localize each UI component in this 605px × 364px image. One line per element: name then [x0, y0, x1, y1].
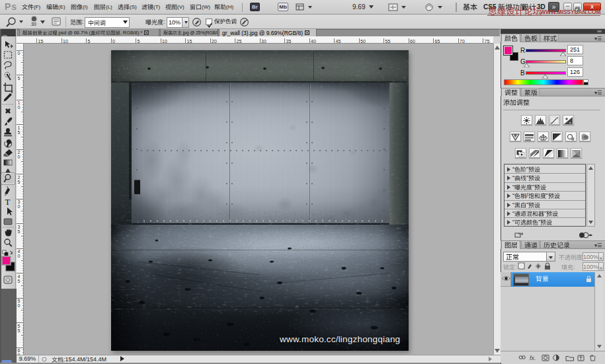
svg-text:20: 20: [212, 39, 217, 44]
svg-text:5: 5: [18, 76, 20, 81]
svg-text:10: 10: [63, 39, 68, 44]
svg-text:5: 5: [18, 229, 20, 234]
svg-text:70: 70: [460, 39, 465, 44]
svg-text:65: 65: [435, 39, 440, 44]
svg-text:15: 15: [187, 39, 192, 44]
svg-text:0: 0: [18, 51, 20, 55]
svg-text:6: 6: [18, 348, 20, 353]
svg-text:30: 30: [261, 39, 266, 44]
svg-text:1: 1: [18, 126, 20, 130]
svg-text:50: 50: [360, 39, 366, 44]
svg-text:4: 4: [18, 249, 20, 254]
svg-text:5: 5: [18, 299, 20, 303]
svg-text:15: 15: [38, 39, 44, 44]
svg-text:0: 0: [18, 204, 20, 209]
svg-text:3: 3: [18, 200, 20, 204]
svg-text:5: 5: [18, 279, 20, 283]
svg-text:4: 4: [18, 274, 20, 279]
svg-text:0: 0: [18, 303, 20, 308]
svg-text:5: 5: [18, 130, 20, 135]
svg-text:2: 2: [18, 175, 20, 180]
svg-text:2: 2: [18, 150, 20, 155]
svg-text:75: 75: [485, 39, 490, 44]
svg-text:35: 35: [286, 39, 292, 44]
svg-text:45: 45: [336, 39, 341, 44]
svg-text:60: 60: [410, 39, 415, 44]
svg-text:0: 0: [18, 155, 20, 159]
svg-text:T: T: [5, 197, 11, 207]
svg-text:1: 1: [18, 100, 20, 105]
svg-text:fx.: fx.: [530, 355, 536, 361]
svg-text:3: 3: [18, 225, 20, 229]
svg-text:55: 55: [385, 39, 391, 44]
svg-text:5: 5: [18, 180, 20, 184]
svg-text:5: 5: [18, 328, 20, 333]
svg-text:0: 0: [112, 39, 115, 44]
svg-text:0: 0: [18, 105, 20, 110]
svg-text:10: 10: [162, 39, 167, 44]
svg-text:0: 0: [18, 254, 20, 258]
svg-text:5: 5: [138, 39, 140, 44]
svg-text:40: 40: [311, 39, 316, 44]
svg-text:25: 25: [237, 39, 242, 44]
svg-text:5: 5: [18, 324, 20, 328]
svg-text:5: 5: [88, 39, 91, 44]
